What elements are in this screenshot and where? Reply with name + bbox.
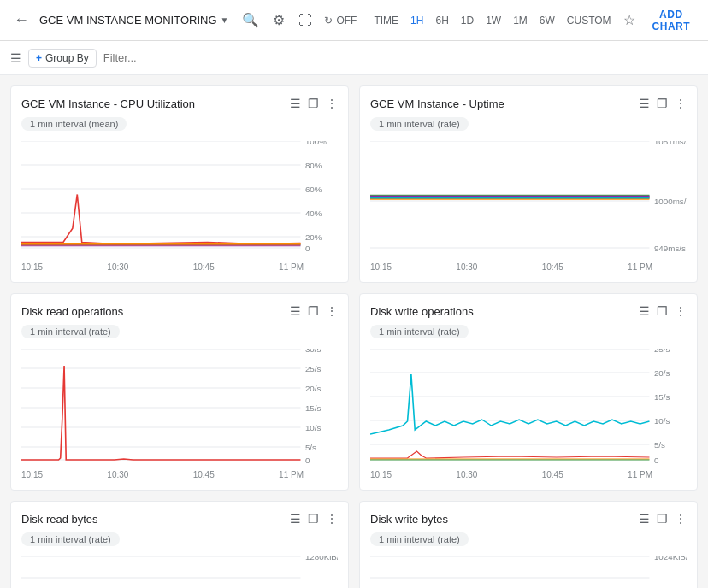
svg-text:60%: 60% (305, 185, 322, 194)
chart-actions: ☰ ❐ ⋮ (290, 304, 338, 318)
back-button[interactable]: ← (10, 8, 32, 32)
time-btn-1D[interactable]: 1D (456, 11, 479, 30)
refresh-icon: ↻ (324, 15, 333, 26)
svg-text:100%: 100% (305, 141, 327, 146)
legend-icon[interactable]: ☰ (639, 97, 650, 110)
interval-badge: 1 min interval (rate) (370, 325, 469, 338)
x-axis: 10:15 10:30 10:45 11 PM (21, 470, 338, 479)
svg-text:1280KiB/s: 1280KiB/s (305, 556, 338, 562)
svg-text:5/s: 5/s (305, 443, 316, 452)
plus-icon: + (36, 52, 42, 64)
interval-badge: 1 min interval (rate) (21, 532, 120, 546)
chart-header: Disk write bytes ☰ ❐ ⋮ (370, 512, 687, 526)
time-btn-1W[interactable]: 1W (481, 11, 506, 30)
more-icon[interactable]: ⋮ (675, 512, 687, 526)
legend-icon[interactable]: ☰ (639, 512, 650, 526)
svg-text:0: 0 (654, 456, 658, 465)
expand-icon[interactable]: ❐ (657, 304, 668, 318)
svg-text:1000ms/s: 1000ms/s (654, 197, 687, 206)
svg-text:5/s: 5/s (654, 440, 665, 450)
chart-title: Disk write bytes (370, 513, 448, 526)
chart-title: GCE VM Instance - Uptime (370, 97, 504, 110)
chart-disk-write-ops: Disk write operations ☰ ❐ ⋮ 1 min interv… (359, 293, 698, 491)
chart-header: Disk write operations ☰ ❐ ⋮ (370, 304, 687, 318)
interval-badge: 1 min interval (rate) (21, 325, 120, 338)
svg-text:10/s: 10/s (305, 423, 322, 432)
filter-input[interactable] (103, 51, 698, 64)
chart-area: 1280KiB/s (21, 556, 338, 588)
filter-menu-icon[interactable]: ☰ (10, 51, 21, 65)
filter-bar: ☰ + Group By (0, 41, 708, 75)
interval-badge: 1 min interval (rate) (370, 532, 469, 546)
svg-text:20%: 20% (305, 232, 322, 242)
expand-icon[interactable]: ❐ (308, 97, 319, 110)
refresh-off-button[interactable]: ↻ OFF (319, 11, 362, 30)
more-icon[interactable]: ⋮ (675, 304, 687, 318)
svg-text:30/s: 30/s (305, 349, 322, 354)
chart-actions: ☰ ❐ ⋮ (290, 97, 338, 110)
settings-icon[interactable]: ⚙ (273, 12, 285, 28)
expand-icon[interactable]: ❐ (657, 97, 668, 110)
svg-text:40%: 40% (305, 209, 322, 218)
more-icon[interactable]: ⋮ (326, 304, 338, 318)
time-btn-custom[interactable]: CUSTOM (562, 11, 617, 30)
expand-icon[interactable]: ❐ (657, 512, 668, 526)
svg-text:80%: 80% (305, 161, 322, 170)
chart-header: Disk read bytes ☰ ❐ ⋮ (21, 512, 338, 526)
time-buttons: TIME 1H 6H 1D 1W 1M 6W CUSTOM (369, 11, 616, 30)
svg-text:0: 0 (305, 244, 310, 253)
svg-text:1051ms/s: 1051ms/s (654, 141, 687, 146)
svg-text:1024KiB/s: 1024KiB/s (654, 556, 687, 562)
chart-uptime: GCE VM Instance - Uptime ☰ ❐ ⋮ 1 min int… (359, 85, 698, 283)
time-btn-1H[interactable]: 1H (405, 11, 428, 30)
page-title: GCE VM INSTANCE MONITORING ▼ (39, 14, 228, 26)
svg-text:20/s: 20/s (654, 368, 670, 378)
legend-icon[interactable]: ☰ (290, 304, 301, 318)
search-icon[interactable]: 🔍 (242, 12, 259, 28)
chart-actions: ☰ ❐ ⋮ (639, 304, 687, 318)
chart-disk-read-bytes: Disk read bytes ☰ ❐ ⋮ 1 min interval (ra… (10, 501, 349, 588)
interval-badge: 1 min interval (mean) (21, 117, 127, 131)
x-axis: 10:15 10:30 10:45 11 PM (370, 470, 687, 479)
expand-icon[interactable]: ❐ (308, 304, 319, 318)
chart-area: 1051ms/s 1000ms/s 949ms/s (370, 141, 687, 261)
time-btn-6W[interactable]: 6W (534, 11, 560, 30)
chart-header: GCE VM Instance - Uptime ☰ ❐ ⋮ (370, 97, 687, 110)
expand-icon[interactable]: ❐ (308, 512, 319, 526)
more-icon[interactable]: ⋮ (326, 512, 338, 526)
chart-area: 1024KiB/s (370, 556, 687, 588)
interval-badge: 1 min interval (rate) (370, 117, 469, 131)
chart-actions: ☰ ❐ ⋮ (290, 512, 338, 526)
chart-disk-write-bytes: Disk write bytes ☰ ❐ ⋮ 1 min interval (r… (359, 501, 698, 588)
more-icon[interactable]: ⋮ (326, 97, 338, 110)
add-chart-button[interactable]: ADD CHART (642, 3, 701, 38)
chart-disk-read-ops: Disk read operations ☰ ❐ ⋮ 1 min interva… (10, 293, 349, 491)
chart-header: GCE VM Instance - CPU Utilization ☰ ❐ ⋮ (21, 97, 338, 110)
chart-title: Disk read bytes (21, 513, 98, 526)
legend-icon[interactable]: ☰ (290, 97, 301, 110)
chart-actions: ☰ ❐ ⋮ (639, 97, 687, 110)
chart-area: 25/s 20/s 15/s 10/s 5/s 0 (370, 349, 687, 468)
title-dropdown-icon[interactable]: ▼ (221, 15, 229, 25)
legend-icon[interactable]: ☰ (290, 512, 301, 526)
legend-icon[interactable]: ☰ (639, 304, 650, 318)
time-btn-TIME[interactable]: TIME (369, 11, 404, 30)
chart-cpu-utilization: GCE VM Instance - CPU Utilization ☰ ❐ ⋮ … (10, 85, 349, 283)
chart-title: GCE VM Instance - CPU Utilization (21, 97, 195, 110)
svg-text:25/s: 25/s (654, 349, 670, 354)
x-axis: 10:15 10:30 10:45 11 PM (370, 262, 687, 272)
chart-title: Disk write operations (370, 305, 474, 318)
svg-text:20/s: 20/s (305, 384, 322, 393)
svg-text:10/s: 10/s (654, 416, 670, 426)
fullscreen-icon[interactable]: ⛶ (298, 13, 312, 28)
svg-text:25/s: 25/s (305, 364, 322, 373)
favorite-icon[interactable]: ☆ (623, 12, 635, 28)
svg-text:15/s: 15/s (305, 403, 322, 413)
charts-container: GCE VM Instance - CPU Utilization ☰ ❐ ⋮ … (0, 75, 708, 588)
time-btn-1M[interactable]: 1M (508, 11, 533, 30)
chart-title: Disk read operations (21, 305, 123, 318)
chart-area: 30/s 25/s 20/s 15/s 10/s 5/s 0 (21, 349, 338, 468)
more-icon[interactable]: ⋮ (675, 97, 687, 110)
group-by-button[interactable]: + Group By (28, 49, 97, 68)
time-btn-6H[interactable]: 6H (430, 11, 453, 30)
